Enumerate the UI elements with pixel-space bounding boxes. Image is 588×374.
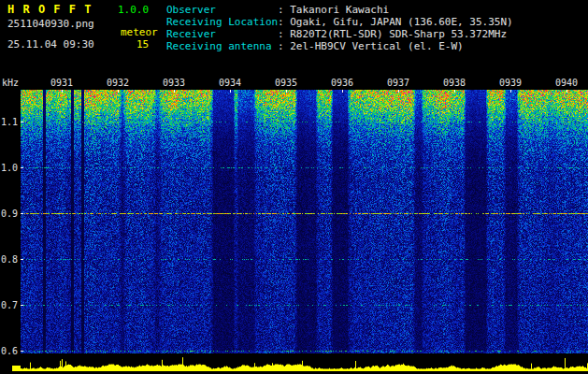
time-tick-label: 0939 bbox=[499, 78, 522, 88]
info-row: Observer: Takanori Kawachi bbox=[166, 4, 513, 16]
spectrogram-canvas bbox=[21, 90, 588, 353]
sample-count: 15 bbox=[136, 38, 149, 50]
freq-tick-label: 0.9 bbox=[0, 209, 18, 219]
info-value: Takanori Kawachi bbox=[290, 4, 389, 16]
info-separator: : bbox=[278, 16, 290, 28]
app-title: H R O F F T bbox=[7, 3, 92, 16]
freq-tick-label: 1.1 bbox=[0, 117, 18, 127]
info-label: Receiver bbox=[166, 28, 278, 40]
freq-tick-label: 0.7 bbox=[0, 300, 18, 310]
signal-level-meter bbox=[21, 354, 588, 371]
hrofft-window: H R O F F T 1.0.0 2511040930.png meteor … bbox=[0, 0, 588, 374]
info-separator: : bbox=[278, 40, 290, 52]
info-row: Receiving Location: Ogaki, Gifu, JAPAN (… bbox=[166, 16, 513, 28]
datetime-label: 25.11.04 09:30 bbox=[7, 38, 94, 50]
time-tick-label: 0935 bbox=[275, 78, 297, 88]
freq-unit-label: kHz bbox=[2, 78, 19, 88]
info-label: Receiving antenna bbox=[166, 40, 278, 52]
output-filename: 2511040930.png bbox=[7, 18, 94, 30]
info-separator: : bbox=[278, 4, 290, 16]
level-baseline-mark bbox=[12, 366, 21, 371]
freq-tick-label: 0.8 bbox=[0, 254, 18, 265]
info-value: R820T2(RTL-SDR) SDR-Sharp 53.372MHz bbox=[290, 28, 507, 40]
info-label: Receiving Location bbox=[166, 16, 278, 28]
station-info: Observer: Takanori KawachiReceiving Loca… bbox=[166, 4, 513, 52]
info-label: Observer bbox=[166, 4, 278, 16]
info-value: 2el-HB9CV Vertical (el. E-W) bbox=[290, 40, 463, 52]
time-tick-label: 0934 bbox=[219, 78, 241, 88]
time-tick-label: 0932 bbox=[107, 78, 129, 88]
freq-tick-label: 1.0 bbox=[0, 163, 18, 173]
time-tick-label: 0933 bbox=[163, 78, 185, 88]
time-tick-label: 0936 bbox=[331, 78, 353, 88]
time-tick-label: 0931 bbox=[50, 78, 73, 88]
mode-label: meteor bbox=[121, 26, 158, 38]
info-value: Ogaki, Gifu, JAPAN (136.60E, 35.35N) bbox=[290, 16, 512, 28]
time-tick-label: 0938 bbox=[443, 78, 466, 88]
time-tick-label: 0940 bbox=[555, 78, 578, 88]
time-tick-label: 0937 bbox=[387, 78, 409, 88]
info-row: Receiver: R820T2(RTL-SDR) SDR-Sharp 53.3… bbox=[166, 28, 513, 40]
freq-tick-label: 0.6 bbox=[0, 346, 18, 356]
info-separator: : bbox=[278, 28, 290, 40]
app-version: 1.0.0 bbox=[118, 4, 149, 16]
info-row: Receiving antenna: 2el-HB9CV Vertical (e… bbox=[166, 40, 513, 52]
